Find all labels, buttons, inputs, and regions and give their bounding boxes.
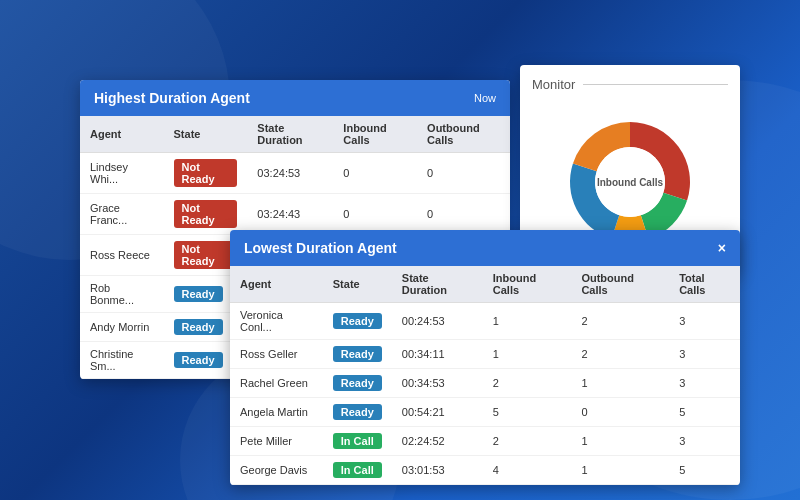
agent-cell: Rachel Green bbox=[230, 369, 323, 398]
highest-panel-title: Highest Duration Agent bbox=[94, 90, 250, 106]
col-state-h: State bbox=[164, 116, 248, 153]
col-inbound-h: Inbound Calls bbox=[333, 116, 417, 153]
state-cell: Ready bbox=[323, 303, 392, 340]
lowest-table: Agent State State Duration Inbound Calls… bbox=[230, 266, 740, 485]
duration-cell: 00:34:53 bbox=[392, 369, 483, 398]
state-badge: Ready bbox=[333, 375, 382, 391]
outbound-cell: 2 bbox=[571, 340, 669, 369]
inbound-cell: 2 bbox=[483, 369, 572, 398]
agent-cell: Andy Morrin bbox=[80, 313, 164, 342]
agent-cell: Veronica Conl... bbox=[230, 303, 323, 340]
table-row: George Davis In Call 03:01:53 4 1 5 bbox=[230, 456, 740, 485]
duration-cell: 03:24:53 bbox=[247, 153, 333, 194]
lowest-close-button[interactable]: × bbox=[718, 240, 726, 256]
duration-cell: 00:24:53 bbox=[392, 303, 483, 340]
state-badge: Ready bbox=[174, 352, 223, 368]
state-cell: Ready bbox=[323, 369, 392, 398]
col-inbound-l: Inbound Calls bbox=[483, 266, 572, 303]
state-badge: Ready bbox=[333, 404, 382, 420]
state-cell: Ready bbox=[323, 398, 392, 427]
col-outbound-l: Outbound Calls bbox=[571, 266, 669, 303]
table-row: Rachel Green Ready 00:34:53 2 1 3 bbox=[230, 369, 740, 398]
table-row: Ross Geller Ready 00:34:11 1 2 3 bbox=[230, 340, 740, 369]
state-badge: In Call bbox=[333, 462, 382, 478]
agent-cell: Pete Miller bbox=[230, 427, 323, 456]
inbound-cell: 1 bbox=[483, 303, 572, 340]
state-badge: In Call bbox=[333, 433, 382, 449]
highest-table-header-row: Agent State State Duration Inbound Calls… bbox=[80, 116, 510, 153]
table-row: Lindsey Whi... Not Ready 03:24:53 0 0 bbox=[80, 153, 510, 194]
outbound-cell: 1 bbox=[571, 369, 669, 398]
col-outbound-h: Outbound Calls bbox=[417, 116, 510, 153]
agent-cell: George Davis bbox=[230, 456, 323, 485]
inbound-cell: 0 bbox=[333, 194, 417, 235]
total-cell: 5 bbox=[669, 398, 740, 427]
col-duration-l: State Duration bbox=[392, 266, 483, 303]
total-cell: 5 bbox=[669, 456, 740, 485]
col-agent-h: Agent bbox=[80, 116, 164, 153]
state-badge: Ready bbox=[174, 286, 223, 302]
outbound-cell: 0 bbox=[417, 153, 510, 194]
agent-cell: Lindsey Whi... bbox=[80, 153, 164, 194]
table-row: Angela Martin Ready 00:54:21 5 0 5 bbox=[230, 398, 740, 427]
state-badge: Ready bbox=[333, 346, 382, 362]
state-badge: Ready bbox=[333, 313, 382, 329]
outbound-cell: 0 bbox=[571, 398, 669, 427]
agent-cell: Rob Bonme... bbox=[80, 276, 164, 313]
outbound-cell: 1 bbox=[571, 427, 669, 456]
table-row: Grace Franc... Not Ready 03:24:43 0 0 bbox=[80, 194, 510, 235]
state-cell: Not Ready bbox=[164, 194, 248, 235]
inbound-cell: 2 bbox=[483, 427, 572, 456]
total-cell: 3 bbox=[669, 303, 740, 340]
state-badge: Not Ready bbox=[174, 159, 238, 187]
agent-cell: Christine Sm... bbox=[80, 342, 164, 379]
inbound-cell: 5 bbox=[483, 398, 572, 427]
total-cell: 3 bbox=[669, 427, 740, 456]
col-state-l: State bbox=[323, 266, 392, 303]
outbound-cell: 2 bbox=[571, 303, 669, 340]
monitor-title-text: Monitor bbox=[532, 77, 575, 92]
duration-cell: 03:24:43 bbox=[247, 194, 333, 235]
lowest-duration-panel: Lowest Duration Agent × Agent State Stat… bbox=[230, 230, 740, 485]
state-cell: In Call bbox=[323, 427, 392, 456]
table-row: Veronica Conl... Ready 00:24:53 1 2 3 bbox=[230, 303, 740, 340]
agent-cell: Grace Franc... bbox=[80, 194, 164, 235]
agent-cell: Ross Reece bbox=[80, 235, 164, 276]
total-cell: 3 bbox=[669, 369, 740, 398]
highest-panel-header: Highest Duration Agent Now bbox=[80, 80, 510, 116]
agent-cell: Angela Martin bbox=[230, 398, 323, 427]
state-badge: Ready bbox=[174, 319, 223, 335]
duration-cell: 02:24:52 bbox=[392, 427, 483, 456]
col-total-l: Total Calls bbox=[669, 266, 740, 303]
inbound-cell: 1 bbox=[483, 340, 572, 369]
monitor-title-row: Monitor bbox=[532, 77, 728, 92]
monitor-divider bbox=[583, 84, 728, 85]
duration-cell: 03:01:53 bbox=[392, 456, 483, 485]
duration-cell: 00:34:11 bbox=[392, 340, 483, 369]
highest-now-label: Now bbox=[474, 92, 496, 104]
total-cell: 3 bbox=[669, 340, 740, 369]
lowest-panel-title: Lowest Duration Agent bbox=[244, 240, 397, 256]
state-cell: Ready bbox=[323, 340, 392, 369]
state-badge: Not Ready bbox=[174, 200, 238, 228]
inbound-cell: 4 bbox=[483, 456, 572, 485]
state-badge: Not Ready bbox=[174, 241, 238, 269]
col-duration-h: State Duration bbox=[247, 116, 333, 153]
table-row: Pete Miller In Call 02:24:52 2 1 3 bbox=[230, 427, 740, 456]
duration-cell: 00:54:21 bbox=[392, 398, 483, 427]
agent-cell: Ross Geller bbox=[230, 340, 323, 369]
state-cell: In Call bbox=[323, 456, 392, 485]
state-cell: Not Ready bbox=[164, 153, 248, 194]
outbound-cell: 0 bbox=[417, 194, 510, 235]
lowest-panel-header: Lowest Duration Agent × bbox=[230, 230, 740, 266]
donut-center-label: Inbound Calls bbox=[597, 177, 663, 188]
outbound-cell: 1 bbox=[571, 456, 669, 485]
lowest-table-header-row: Agent State State Duration Inbound Calls… bbox=[230, 266, 740, 303]
col-agent-l: Agent bbox=[230, 266, 323, 303]
inbound-cell: 0 bbox=[333, 153, 417, 194]
